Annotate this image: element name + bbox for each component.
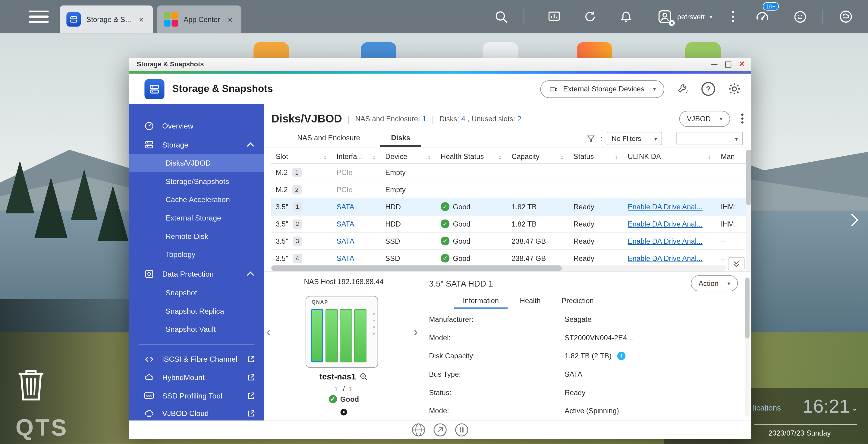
assistant-smiley-icon[interactable] xyxy=(793,9,808,24)
sort-icon[interactable]: ↕ xyxy=(615,153,618,160)
collapse-chevron-icon[interactable] xyxy=(247,142,254,149)
sidebar-item-snapshot-vault[interactable]: Snapshot Vault xyxy=(129,320,264,339)
previous-enclosure-icon[interactable]: ‹ xyxy=(266,325,271,338)
search-icon[interactable] xyxy=(494,9,509,24)
sort-icon[interactable]: ↕ xyxy=(324,153,327,160)
desktop-app-icon[interactable] xyxy=(483,42,518,59)
table-row-m2-2[interactable]: M.22 PCIe Empty xyxy=(271,181,746,199)
sidebar-item-disks-vjbod[interactable]: Disks/VJBOD xyxy=(129,154,264,173)
myqnapcloud-icon[interactable] xyxy=(838,9,854,24)
info-icon[interactable]: i xyxy=(617,351,626,360)
next-desktop-page-icon[interactable] xyxy=(848,212,860,231)
sidebar-item-hybridmount[interactable]: HybridMount xyxy=(129,368,264,387)
detail-scrollbar-thumb[interactable] xyxy=(745,277,749,338)
nas-enclosure-image[interactable]: QNAP xyxy=(306,296,378,368)
tab-health[interactable]: Health xyxy=(511,296,550,308)
next-enclosure-icon[interactable]: › xyxy=(413,325,418,338)
desktop-app-icon[interactable] xyxy=(253,42,289,59)
column-interface[interactable]: Interfa...↕ xyxy=(332,152,381,161)
tab-close-icon[interactable]: × xyxy=(137,15,146,24)
footer-locate-icon[interactable] xyxy=(433,422,447,437)
sidebar-item-storage-snapshots[interactable]: Storage/Snapshots xyxy=(129,172,264,190)
horizontal-scrollbar-thumb[interactable] xyxy=(271,265,562,271)
sidebar-item-topology[interactable]: Topology xyxy=(129,245,264,264)
desktop-app-icon[interactable] xyxy=(577,42,613,59)
sidebar-item-remote-disk[interactable]: Remote Disk xyxy=(129,227,264,245)
column-health-status[interactable]: Health Status↕ xyxy=(436,152,507,161)
minimize-button[interactable] xyxy=(711,64,717,65)
tools-icon[interactable] xyxy=(676,83,689,95)
sidebar-item-snapshot[interactable]: Snapshot xyxy=(129,284,264,302)
table-row-disk-1[interactable]: 3.5"1 SATA HDD ✓Good 1.82 TB Ready Enabl… xyxy=(271,199,746,216)
vertical-scrollbar-thumb[interactable] xyxy=(746,150,751,205)
column-device[interactable]: Device↕ xyxy=(381,152,436,161)
taskbar-tab-appcenter[interactable]: App Center × xyxy=(157,5,241,33)
clock-chevron-icon[interactable]: ⌄ xyxy=(851,403,858,412)
sidebar-item-iscsi-fibre-channel[interactable]: iSCSI & Fibre Channel xyxy=(129,350,264,368)
sidebar-item-overview[interactable]: Overview xyxy=(129,116,264,135)
filter-funnel-icon[interactable] xyxy=(587,134,596,143)
sidebar-group-storage[interactable]: Storage xyxy=(129,135,264,154)
resource-monitor-icon[interactable] xyxy=(547,9,561,24)
drive-bay-4[interactable] xyxy=(354,309,367,362)
sidebar-item-ssd-profiling-tool[interactable]: SSD SSD Profiling Tool xyxy=(129,387,264,405)
tab-close-icon[interactable]: × xyxy=(225,15,235,24)
sidebar-group-data-protection[interactable]: Data Protection xyxy=(129,264,264,284)
help-icon[interactable]: ? xyxy=(701,82,715,96)
sort-icon[interactable]: ↕ xyxy=(708,153,711,160)
vjbod-dropdown-button[interactable]: VJBOD ▾ xyxy=(679,110,730,126)
sort-icon[interactable]: ↕ xyxy=(561,153,564,160)
window-titlebar[interactable]: Storage & Snapshots × xyxy=(129,58,751,71)
desktop-app-icon[interactable] xyxy=(361,42,397,59)
drive-bay-3[interactable] xyxy=(340,309,352,362)
main-menu-icon[interactable] xyxy=(29,7,49,26)
column-ulink-da[interactable]: ULINK DA↕ xyxy=(623,152,716,161)
more-options-icon[interactable] xyxy=(732,16,734,18)
table-row-disk-3[interactable]: 3.5"3 SATA SSD ✓Good 238.47 GB Ready Ena… xyxy=(271,233,746,250)
taskbar-tab-storage[interactable]: Storage & S... × xyxy=(60,5,153,33)
secondary-filter-dropdown[interactable]: ▾ xyxy=(676,132,743,145)
filter-dropdown[interactable]: No Filters ▾ xyxy=(607,132,662,145)
table-row-disk-2[interactable]: 3.5"2 SATA HDD ✓Good 1.82 TB Ready Enabl… xyxy=(271,215,746,233)
column-manufacturer[interactable]: Man xyxy=(716,152,744,161)
drive-bay-1[interactable] xyxy=(311,309,323,362)
column-status[interactable]: Status↕ xyxy=(569,152,623,161)
enable-da-drive-analyzer-link[interactable]: Enable DA Drive Anal... xyxy=(628,237,703,245)
drive-bay-2[interactable] xyxy=(326,309,338,362)
footer-globe-icon[interactable] xyxy=(411,422,426,437)
tab-disks[interactable]: Disks xyxy=(380,131,421,147)
maximize-button[interactable] xyxy=(725,61,731,67)
enable-da-drive-analyzer-link[interactable]: Enable DA Drive Anal... xyxy=(628,254,703,262)
sidebar-item-external-storage[interactable]: External Storage xyxy=(129,209,264,227)
dashboard-gauge-icon[interactable]: 10+ xyxy=(754,9,770,24)
close-button[interactable]: × xyxy=(739,60,744,68)
tab-information[interactable]: Information xyxy=(454,296,507,308)
enable-da-drive-analyzer-link[interactable]: Enable DA Drive Anal... xyxy=(628,202,703,211)
tab-prediction[interactable]: Prediction xyxy=(553,296,602,308)
sidebar-item-cache-acceleration[interactable]: Cache Acceleration xyxy=(129,190,264,209)
zoom-magnifier-icon[interactable] xyxy=(359,372,368,383)
footer-pause-icon[interactable] xyxy=(455,422,469,437)
column-capacity[interactable]: Capacity↕ xyxy=(507,152,569,161)
user-menu[interactable]: × petrsvetr ▾ xyxy=(657,9,712,24)
sync-icon[interactable] xyxy=(583,9,598,24)
table-row-m2-1[interactable]: M.21 PCIe Empty xyxy=(271,164,746,181)
recycle-bin-icon[interactable] xyxy=(16,368,46,405)
notifications-bell-icon[interactable] xyxy=(619,9,633,24)
panel-text-fragment[interactable]: lications xyxy=(753,403,781,412)
tab-nas-and-enclosure[interactable]: NAS and Enclosure xyxy=(286,131,371,147)
sidebar-item-snapshot-replica[interactable]: Snapshot Replica xyxy=(129,302,264,320)
settings-gear-icon[interactable] xyxy=(727,82,741,96)
page-more-menu-icon[interactable] xyxy=(741,117,743,119)
collapse-chevron-icon[interactable] xyxy=(247,271,254,278)
desktop-app-icon[interactable] xyxy=(685,42,721,59)
external-storage-devices-button[interactable]: External Storage Devices ▾ xyxy=(540,80,664,98)
sort-icon[interactable]: ↕ xyxy=(498,153,501,160)
sort-icon[interactable]: ↕ xyxy=(428,153,431,160)
table-row-disk-4[interactable]: 3.5"4 SATA SSD ✓Good 238.47 GB Ready Ena… xyxy=(271,250,746,267)
sidebar-item-vjbod-cloud[interactable]: VJBOD Cloud xyxy=(129,405,264,421)
enable-da-drive-analyzer-link[interactable]: Enable DA Drive Anal... xyxy=(628,219,703,228)
column-slot[interactable]: Slot↕ xyxy=(271,152,332,161)
collapse-panel-button[interactable] xyxy=(728,257,744,270)
sort-icon[interactable]: ↕ xyxy=(372,153,375,160)
